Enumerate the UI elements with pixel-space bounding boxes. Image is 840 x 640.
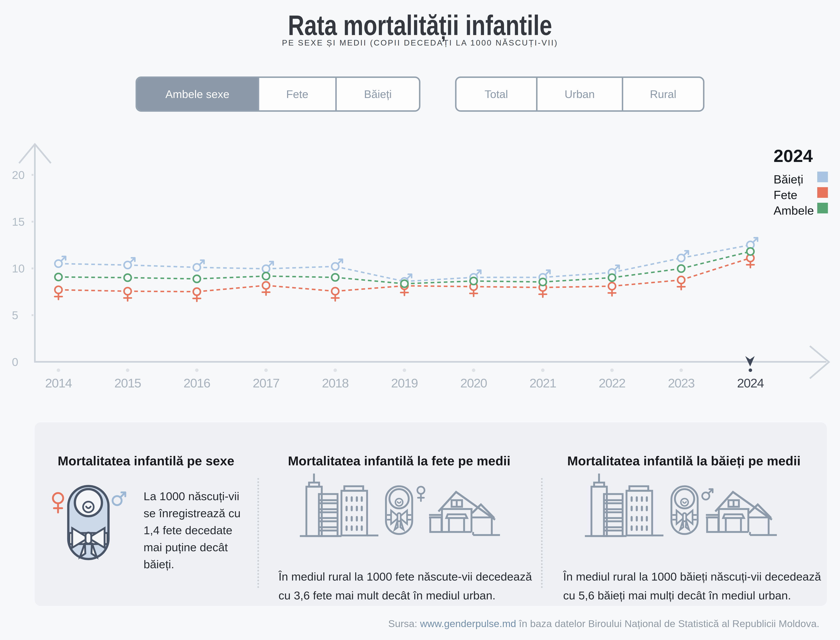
svg-text:10: 10 [12, 262, 25, 275]
svg-text:0: 0 [12, 355, 18, 368]
svg-text:2018: 2018 [322, 376, 349, 390]
svg-text:2024: 2024 [737, 376, 764, 390]
svg-text:15: 15 [12, 215, 25, 228]
svg-text:2017: 2017 [253, 376, 279, 390]
svg-text:2022: 2022 [599, 376, 625, 390]
svg-text:20: 20 [12, 168, 25, 181]
svg-text:Ambele: Ambele [774, 204, 814, 217]
svg-text:2019: 2019 [391, 376, 418, 390]
svg-text:Fete: Fete [774, 188, 797, 202]
svg-text:Băieți: Băieți [774, 173, 803, 186]
svg-text:2024: 2024 [774, 146, 813, 166]
svg-text:5: 5 [12, 309, 18, 322]
svg-text:2021: 2021 [529, 376, 556, 390]
svg-text:2023: 2023 [668, 376, 694, 390]
svg-text:2014: 2014 [45, 376, 72, 390]
svg-text:2020: 2020 [460, 376, 487, 390]
svg-text:2015: 2015 [114, 376, 141, 390]
svg-text:2016: 2016 [184, 376, 210, 390]
